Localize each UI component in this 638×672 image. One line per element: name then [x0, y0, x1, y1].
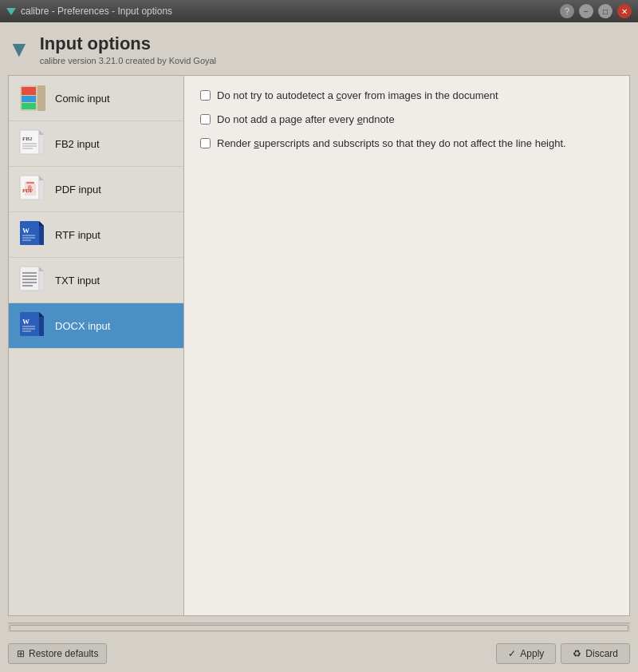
sidebar-item-txt-input[interactable]: TXT input — [9, 258, 183, 303]
rtf-input-icon: W — [18, 220, 47, 249]
svg-rect-6 — [20, 130, 39, 154]
main-window: ▼ Input options calibre version 3.21.0 c… — [0, 22, 638, 672]
close-button[interactable]: ✕ — [617, 4, 632, 18]
restore-defaults-label: Restore defaults — [29, 648, 98, 659]
svg-rect-2 — [22, 87, 36, 95]
header-text-block: Input options calibre version 3.21.0 cre… — [40, 34, 216, 65]
content-area: Comic input FB2 FB2 input — [8, 75, 630, 616]
horizontal-scrollbar[interactable] — [8, 623, 630, 632]
svg-marker-19 — [39, 221, 44, 226]
svg-text:W: W — [22, 318, 30, 326]
svg-rect-4 — [22, 103, 36, 109]
checkbox-autodetect-cover-input[interactable] — [200, 90, 211, 101]
checkbox-page-after-endnote-label: Do not add a page after every endnote — [217, 113, 395, 127]
checkbox-render-scripts-input[interactable] — [200, 138, 211, 148]
restore-defaults-button[interactable]: ⊞ Restore defaults — [8, 643, 107, 664]
help-button[interactable]: ? — [560, 4, 574, 18]
sidebar-item-comic-input[interactable]: Comic input — [9, 76, 183, 121]
scrollbar-track[interactable] — [10, 625, 628, 631]
checkbox-render-scripts[interactable]: Render superscripts and subscripts so th… — [200, 136, 613, 151]
apply-icon: ✓ — [508, 648, 516, 659]
discard-button[interactable]: ♻ Discard — [561, 643, 630, 664]
checkbox-render-scripts-label: Render superscripts and subscripts so th… — [217, 136, 566, 151]
header: ▼ Input options calibre version 3.21.0 c… — [8, 30, 630, 69]
svg-rect-5 — [37, 85, 45, 111]
restore-icon: ⊞ — [17, 648, 25, 659]
sidebar-item-comic-label: Comic input — [55, 93, 110, 105]
docx-input-icon: W — [18, 311, 47, 340]
header-subtitle: calibre version 3.21.0 created by Kovid … — [40, 56, 216, 65]
titlebar-title: calibre - Preferences - Input options — [21, 6, 172, 17]
bottom-bar: ⊞ Restore defaults ✓ Apply ♻ Discard — [8, 638, 630, 664]
checkbox-autodetect-cover[interactable]: Do not try to autodetect a cover from im… — [200, 89, 613, 103]
svg-rect-24 — [20, 267, 39, 291]
pdf-input-icon: PDF — [18, 175, 47, 204]
sidebar-item-docx-label: DOCX input — [55, 320, 110, 332]
right-panel: Do not try to autodetect a cover from im… — [184, 76, 629, 615]
sidebar-item-txt-label: TXT input — [55, 275, 100, 287]
discard-label: Discard — [585, 648, 618, 659]
maximize-button[interactable]: □ — [598, 4, 612, 18]
sidebar-item-docx-input[interactable]: W DOCX input — [9, 303, 183, 349]
sidebar: Comic input FB2 FB2 input — [9, 76, 184, 615]
apply-label: Apply — [520, 648, 544, 659]
apply-button[interactable]: ✓ Apply — [496, 643, 556, 664]
checkbox-page-after-endnote[interactable]: Do not add a page after every endnote — [200, 113, 613, 127]
calibre-titlebar-icon — [6, 6, 16, 18]
svg-marker-34 — [39, 312, 44, 317]
discard-icon: ♻ — [573, 648, 581, 659]
comic-input-icon — [18, 84, 47, 113]
checkbox-page-after-endnote-input[interactable] — [200, 114, 211, 125]
sidebar-item-rtf-label: RTF input — [55, 229, 100, 241]
minimize-button[interactable]: − — [579, 4, 593, 18]
header-icon: ▼ — [8, 37, 30, 62]
page-title: Input options — [40, 34, 216, 54]
txt-input-icon — [18, 266, 47, 294]
sidebar-item-pdf-label: PDF input — [55, 184, 101, 196]
sidebar-item-rtf-input[interactable]: W RTF input — [9, 212, 183, 258]
svg-text:W: W — [22, 227, 30, 235]
fb2-input-icon: FB2 — [18, 129, 47, 158]
svg-rect-3 — [22, 96, 36, 102]
action-buttons: ✓ Apply ♻ Discard — [496, 643, 630, 664]
sidebar-item-fb2-label: FB2 input — [55, 138, 100, 150]
sidebar-item-fb2-input[interactable]: FB2 FB2 input — [9, 121, 183, 167]
titlebar: calibre - Preferences - Input options ? … — [0, 0, 638, 22]
titlebar-controls: ? − □ ✕ — [560, 4, 632, 18]
sidebar-item-pdf-input[interactable]: PDF PDF input — [9, 167, 183, 212]
svg-text:FB2: FB2 — [22, 136, 33, 142]
svg-text:PDF: PDF — [22, 188, 33, 194]
titlebar-left: calibre - Preferences - Input options — [6, 6, 172, 18]
checkbox-autodetect-cover-label: Do not try to autodetect a cover from im… — [217, 89, 498, 103]
